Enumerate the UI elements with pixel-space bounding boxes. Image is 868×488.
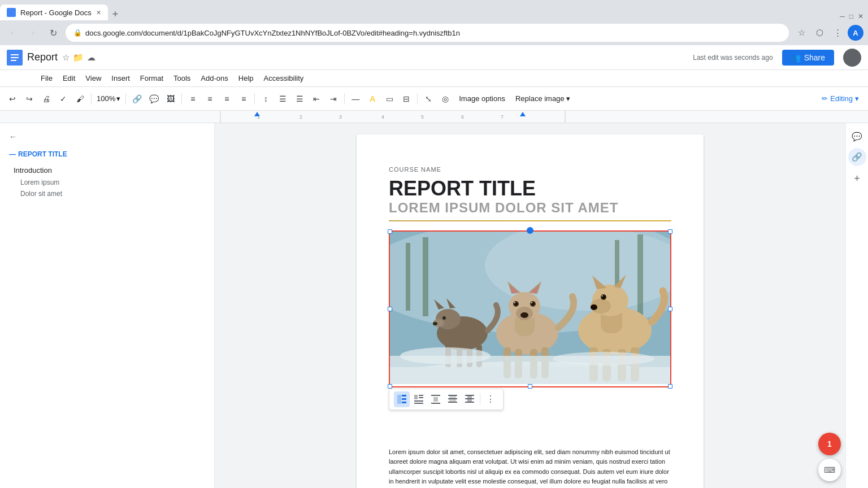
- align-center-button[interactable]: ≡: [202, 91, 218, 107]
- browser-actions: ☆ ⬡ ⋮ A: [793, 25, 863, 41]
- cloud-icon[interactable]: ☁: [87, 53, 96, 63]
- tab-close-button[interactable]: ✕: [96, 9, 101, 16]
- handle-middle-right[interactable]: [668, 307, 672, 311]
- top-center-handle[interactable]: [527, 227, 533, 234]
- menu-format[interactable]: Format: [136, 72, 168, 84]
- sidebar-dolor-sit-amet[interactable]: Dolor sit amet: [5, 188, 210, 199]
- sidebar-report-title[interactable]: — REPORT TITLE: [5, 148, 210, 160]
- redo-button[interactable]: ↪: [21, 91, 37, 107]
- zoom-dropdown[interactable]: 100% ▾: [94, 91, 123, 107]
- handle-top-left[interactable]: [388, 229, 392, 234]
- sidebar-dolor-label: Dolor sit amet: [20, 190, 62, 198]
- close-window-button[interactable]: ✕: [858, 12, 863, 20]
- columns-button[interactable]: ⊟: [398, 91, 414, 107]
- align-justify-button[interactable]: ≡: [236, 91, 251, 107]
- new-tab-button[interactable]: +: [108, 8, 123, 20]
- docs-header: Report ☆ 📁 ☁ Last edit was seconds ago 👥…: [0, 45, 868, 70]
- browser-tab[interactable]: Report - Google Docs ✕: [0, 5, 108, 20]
- document-paragraph[interactable]: Lorem ipsum dolor sit amet, consectetuer…: [389, 447, 671, 488]
- reload-button[interactable]: ↻: [45, 25, 61, 41]
- menu-help[interactable]: Help: [234, 72, 258, 84]
- break-text-button[interactable]: [428, 391, 444, 407]
- menu-addons[interactable]: Add-ons: [196, 72, 232, 84]
- add-panel-button[interactable]: +: [854, 173, 860, 185]
- highlight-button[interactable]: A: [364, 91, 380, 107]
- comment-button[interactable]: 💬: [146, 91, 162, 107]
- document-title[interactable]: Report: [27, 51, 58, 63]
- docs-logo: [7, 50, 23, 66]
- address-bar[interactable]: 🔒 docs.google.com/document/d/1pBakCoJgNF…: [66, 24, 789, 42]
- document-area[interactable]: COURSE NAME REPORT TITLE LOREM IPSUM DOL…: [215, 123, 845, 488]
- forward-button[interactable]: ›: [25, 25, 41, 41]
- inline-wrap-button[interactable]: [394, 391, 410, 407]
- border-button[interactable]: ▭: [381, 91, 397, 107]
- notification-icon[interactable]: 1: [818, 433, 841, 455]
- align-left-button[interactable]: ≡: [185, 91, 201, 107]
- menu-view[interactable]: View: [81, 72, 106, 84]
- profile-avatar[interactable]: A: [848, 25, 863, 41]
- link-button[interactable]: 🔗: [129, 91, 145, 107]
- print-button[interactable]: 🖨: [38, 91, 54, 107]
- mask-button[interactable]: ◎: [437, 91, 453, 107]
- menu-insert[interactable]: Insert: [107, 72, 134, 84]
- menu-icon[interactable]: ⋮: [830, 25, 845, 41]
- document-page: COURSE NAME REPORT TITLE LOREM IPSUM DOL…: [357, 134, 704, 488]
- wrap-text-button[interactable]: [411, 391, 427, 407]
- user-avatar[interactable]: [843, 49, 861, 67]
- minimize-button[interactable]: ─: [840, 12, 845, 20]
- svg-text:7: 7: [501, 114, 504, 120]
- increase-indent-button[interactable]: ⇥: [326, 91, 341, 107]
- share-button[interactable]: 👥 Share: [782, 50, 834, 66]
- svg-point-48: [531, 302, 532, 303]
- separator-5: [344, 93, 345, 104]
- handle-top-right[interactable]: [668, 229, 672, 234]
- maximize-button[interactable]: □: [849, 12, 853, 20]
- undo-button[interactable]: ↩: [5, 91, 20, 107]
- handle-middle-left[interactable]: [388, 307, 392, 311]
- numbered-list-button[interactable]: ☰: [292, 91, 307, 107]
- extensions-icon[interactable]: ⬡: [811, 25, 827, 41]
- last-edit-text: Last edit was seconds ago: [693, 54, 772, 62]
- handle-bottom-center[interactable]: [528, 384, 532, 389]
- notifications-button[interactable]: 1: [818, 433, 841, 455]
- keyboard-shortcuts-button[interactable]: ⌨: [818, 459, 841, 481]
- handle-bottom-right[interactable]: [668, 384, 672, 389]
- more-image-options-button[interactable]: ⋮: [483, 391, 498, 407]
- document-outline-sidebar: ← — REPORT TITLE Introduction Lorem ipsu…: [0, 123, 215, 488]
- replace-image-button[interactable]: Replace image ▾: [511, 92, 575, 105]
- spellcheck-button[interactable]: ✓: [55, 91, 71, 107]
- bullet-list-button[interactable]: ☰: [275, 91, 290, 107]
- sidebar-introduction[interactable]: Introduction: [5, 164, 210, 177]
- sidebar-back-button[interactable]: ←: [5, 130, 210, 143]
- links-icon[interactable]: 🔗: [848, 148, 866, 166]
- comments-panel-button[interactable]: 💬: [848, 128, 866, 146]
- lorem-subtitle-text: LOREM IPSUM DOLOR SIT AMET: [389, 200, 671, 216]
- svg-point-49: [520, 312, 528, 318]
- more-formats-button[interactable]: —: [348, 91, 363, 107]
- handle-bottom-left[interactable]: [388, 384, 392, 389]
- align-right-button[interactable]: ≡: [219, 91, 235, 107]
- paint-format-button[interactable]: 🖌: [72, 91, 88, 107]
- comments-icon[interactable]: 💬: [848, 128, 866, 146]
- svg-rect-18: [406, 243, 410, 311]
- menu-accessibility[interactable]: Accessibility: [259, 72, 309, 84]
- image-options-button[interactable]: Image options: [454, 92, 510, 105]
- star-icon[interactable]: ☆: [62, 53, 70, 63]
- drive-icon[interactable]: 📁: [73, 53, 84, 63]
- sidebar-lorem-ipsum[interactable]: Lorem ipsum: [5, 177, 210, 188]
- line-spacing-button[interactable]: ↕: [258, 91, 274, 107]
- decrease-indent-button[interactable]: ⇤: [309, 91, 324, 107]
- menu-edit[interactable]: Edit: [58, 72, 80, 84]
- svg-rect-84: [448, 395, 457, 396]
- front-text-button[interactable]: [462, 391, 478, 407]
- back-button[interactable]: ‹: [5, 25, 20, 41]
- behind-text-button[interactable]: [445, 391, 461, 407]
- menu-file[interactable]: File: [36, 72, 57, 84]
- selected-image-container[interactable]: ⋮: [389, 230, 671, 387]
- crop-button[interactable]: ⤡: [420, 91, 436, 107]
- star-bookmark-icon[interactable]: ☆: [793, 25, 809, 41]
- image-button[interactable]: 🖼: [163, 91, 179, 107]
- menu-tools[interactable]: Tools: [169, 72, 195, 84]
- editing-dropdown-button[interactable]: ✏ Editing ▾: [817, 92, 863, 105]
- report-title-heading[interactable]: REPORT TITLE: [389, 177, 671, 200]
